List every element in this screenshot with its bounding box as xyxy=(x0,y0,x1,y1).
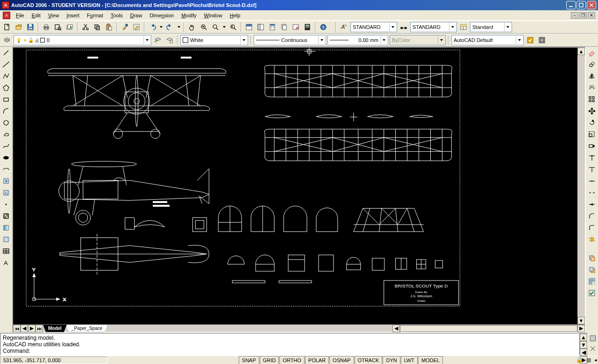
offset-button[interactable] xyxy=(587,83,597,93)
layer-states-button[interactable] xyxy=(164,35,175,45)
chamfer-button[interactable] xyxy=(587,211,597,221)
print-button[interactable] xyxy=(41,22,51,32)
arc-button[interactable] xyxy=(1,106,11,116)
construction-line-button[interactable] xyxy=(1,59,11,70)
doc-close-button[interactable]: ✕ xyxy=(588,12,595,19)
break-button[interactable] xyxy=(587,188,597,198)
revision-cloud-button[interactable] xyxy=(1,129,11,140)
zoom-realtime-button[interactable] xyxy=(199,22,209,32)
mirror-button[interactable] xyxy=(587,71,597,81)
ellipse-button[interactable] xyxy=(1,153,11,163)
textstyle-dropdown[interactable]: STANDARD xyxy=(350,22,397,32)
maximize-button[interactable] xyxy=(577,1,586,9)
menu-format[interactable]: Format xyxy=(83,11,107,20)
cut-button[interactable] xyxy=(80,22,91,32)
menu-draw[interactable]: Draw xyxy=(126,11,146,20)
toggle-polar[interactable]: POLAR xyxy=(305,356,329,364)
scroll-up-button[interactable]: ▲ xyxy=(577,48,585,55)
pan-button[interactable] xyxy=(187,22,197,32)
layer-previous-button[interactable] xyxy=(153,35,163,45)
dimstyle-icon[interactable] xyxy=(399,22,409,32)
color-dropdown[interactable]: White xyxy=(180,35,248,45)
minimize-button[interactable] xyxy=(566,1,576,9)
menu-tools[interactable]: Tools xyxy=(107,11,127,20)
tab-last-button[interactable]: ⏭ xyxy=(36,325,43,332)
textstyle-icon[interactable]: A xyxy=(339,22,349,32)
status-tray-expand[interactable]: ◂ xyxy=(593,356,598,364)
qnew-button[interactable] xyxy=(2,22,12,32)
layer-manager-button[interactable] xyxy=(2,35,12,45)
line-button[interactable] xyxy=(1,48,11,58)
status-lock-icon[interactable]: 🔒 xyxy=(575,356,584,364)
menu-help[interactable]: Help xyxy=(226,11,244,20)
draworder-back-button[interactable] xyxy=(587,265,597,275)
fillet-button[interactable] xyxy=(587,223,597,233)
zoom-dropdown[interactable] xyxy=(222,22,227,32)
tablestyle-dropdown[interactable]: Standard xyxy=(470,22,512,32)
undo-button[interactable] xyxy=(147,22,157,32)
menu-file[interactable]: File xyxy=(12,11,28,20)
polygon-button[interactable] xyxy=(1,83,11,93)
standards-config-button[interactable] xyxy=(537,35,547,45)
copy-obj-button[interactable] xyxy=(587,59,597,70)
menu-modify[interactable]: Modify xyxy=(178,11,200,20)
toggle-otrack[interactable]: OTRACK xyxy=(355,356,383,364)
toggle-osnap[interactable]: OSNAP xyxy=(329,356,354,364)
tablestyle-icon[interactable] xyxy=(458,22,469,32)
standards-button[interactable] xyxy=(525,35,535,45)
sheetset-button[interactable] xyxy=(279,22,289,32)
rectangle-button[interactable] xyxy=(1,94,11,105)
toggle-model[interactable]: MODEL xyxy=(418,356,443,364)
hscroll-right-button[interactable]: ▶ xyxy=(577,325,585,332)
toggle-grid[interactable]: GRID xyxy=(260,356,279,364)
tab-next-button[interactable]: ▶ xyxy=(28,325,36,332)
dimstyle-dropdown[interactable]: STANDARD xyxy=(410,22,457,32)
properties-button[interactable] xyxy=(244,22,254,32)
paste-button[interactable] xyxy=(104,22,114,32)
publish-button[interactable] xyxy=(64,22,75,32)
menu-view[interactable]: View xyxy=(44,11,63,20)
menu-dimension[interactable]: Dimension xyxy=(146,11,178,20)
explode-button[interactable] xyxy=(587,234,597,245)
trim-button[interactable] xyxy=(587,153,597,163)
close-button[interactable] xyxy=(587,1,596,9)
circle-button[interactable] xyxy=(1,118,11,128)
quick-select-button[interactable] xyxy=(587,288,597,298)
command-handle[interactable] xyxy=(588,333,598,356)
toggle-ortho[interactable]: ORTHO xyxy=(279,356,305,364)
tab-first-button[interactable]: ⏮ xyxy=(13,325,21,332)
polyline-button[interactable] xyxy=(1,71,11,81)
join-button[interactable] xyxy=(587,199,597,210)
hatch-button[interactable] xyxy=(1,211,11,221)
drawing-area[interactable]: BRISTOL SCOUT Type D Drawn By J.G. Wilco… xyxy=(13,48,577,324)
spline-button[interactable] xyxy=(1,141,11,151)
save-button[interactable] xyxy=(25,22,36,32)
zoom-window-button[interactable] xyxy=(210,22,221,32)
ellipse-arc-button[interactable] xyxy=(1,164,11,175)
gradient-button[interactable] xyxy=(1,223,11,233)
command-vscroll[interactable]: ▲▼ ◀▶ xyxy=(579,334,587,355)
redo-button[interactable] xyxy=(165,22,175,32)
help-button[interactable]: ? xyxy=(318,22,328,32)
tool-palettes-button[interactable] xyxy=(267,22,278,32)
menu-window[interactable]: Window xyxy=(200,11,226,20)
menu-insert[interactable]: Insert xyxy=(63,11,83,20)
tab-prev-button[interactable]: ◀ xyxy=(21,325,28,332)
open-button[interactable] xyxy=(14,22,24,32)
quickcalc-button[interactable] xyxy=(302,22,313,32)
toggle-dyn[interactable]: DYN xyxy=(383,356,400,364)
table-button[interactable] xyxy=(1,246,11,256)
doc-minimize-button[interactable]: − xyxy=(571,12,578,19)
region-button[interactable] xyxy=(1,234,11,245)
design-center-button[interactable] xyxy=(256,22,266,32)
menu-edit[interactable]: Edit xyxy=(28,11,44,20)
mtext-button[interactable]: A xyxy=(1,258,11,268)
toggle-lwt[interactable]: LWT xyxy=(401,356,418,364)
select-similar-button[interactable] xyxy=(587,276,597,287)
tab-paper[interactable]: _Paper_Space xyxy=(66,325,107,332)
drawing-vscroll[interactable]: ▲ ▼ xyxy=(577,48,585,324)
zoom-previous-button[interactable] xyxy=(228,22,238,32)
erase-button[interactable] xyxy=(587,48,597,58)
layer-dropdown[interactable]: 💡 ☀ 🔓 🖨 0 xyxy=(14,35,151,45)
lineweight-dropdown[interactable]: 0.00 mm xyxy=(327,35,388,45)
